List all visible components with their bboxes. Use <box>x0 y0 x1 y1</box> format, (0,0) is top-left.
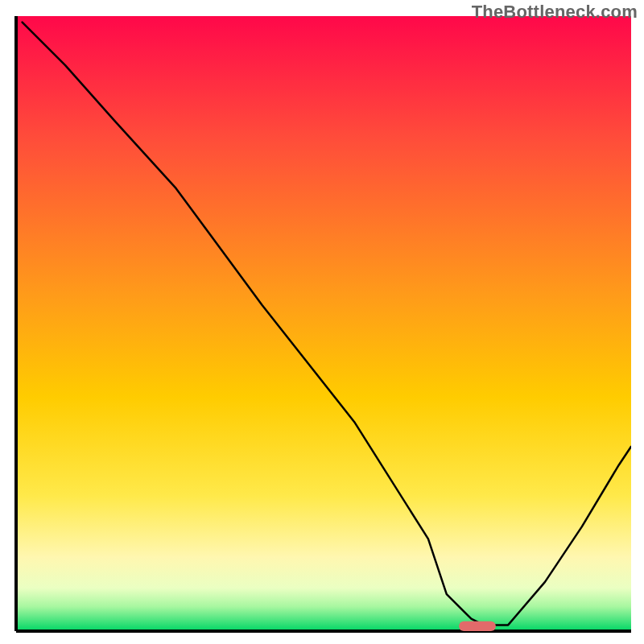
plot-background <box>16 16 631 631</box>
optimal-marker <box>459 621 496 631</box>
watermark-text: TheBottleneck.com <box>472 2 638 23</box>
chart-frame: TheBottleneck.com <box>0 0 644 644</box>
chart-canvas <box>0 0 644 644</box>
